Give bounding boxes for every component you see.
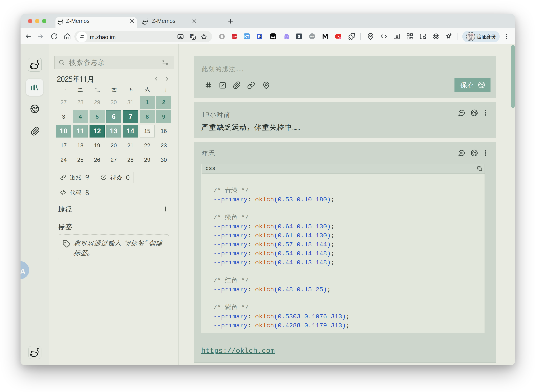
svg-text:KT: KT <box>244 34 249 38</box>
svg-text:S: S <box>298 34 300 39</box>
svg-text:LINE: LINE <box>310 36 314 37</box>
svg-text:ABP: ABP <box>232 36 237 38</box>
